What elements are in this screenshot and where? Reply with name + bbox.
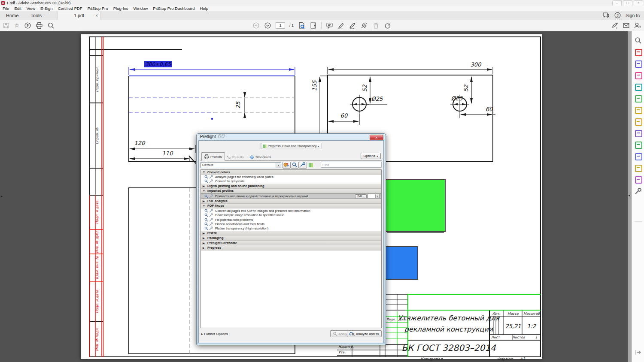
options-button[interactable]: Options ▾ <box>361 153 381 159</box>
help-icon[interactable]: ? <box>614 12 621 19</box>
vertical-scrollbar[interactable]: ◂ <box>628 31 632 362</box>
edit-pdf-icon[interactable] <box>634 106 642 114</box>
protect-icon[interactable] <box>634 152 642 160</box>
menu-item-view[interactable]: View <box>24 6 38 11</box>
notifications-icon[interactable] <box>602 12 610 19</box>
preflight-profile-row[interactable]: Convert all pages into CMYK images and p… <box>201 208 381 213</box>
preflight-group-row[interactable]: ▶PDF/X <box>201 231 381 235</box>
triangle-down-icon[interactable]: ▼ <box>203 205 206 207</box>
search-icon[interactable] <box>634 36 642 45</box>
profile-fix-button[interactable] <box>299 162 307 169</box>
triangle-right-icon[interactable]: ▶ <box>203 241 206 244</box>
email-icon[interactable] <box>623 22 630 29</box>
undo-icon[interactable] <box>384 22 391 29</box>
menu-item-e-sign[interactable]: E-Sign <box>38 6 55 11</box>
edit-profile-button[interactable]: Edit... <box>355 194 367 199</box>
preflight-profile-row[interactable]: Analyze pages for effectively used plate… <box>201 175 381 179</box>
further-options-toggle[interactable]: ▸ Further Options <box>201 332 228 336</box>
close-document-icon[interactable]: × <box>95 13 98 18</box>
preflight-group-row[interactable]: ▼Convert colors <box>201 170 381 175</box>
signature-icon[interactable] <box>611 22 619 29</box>
enhance-scans-icon[interactable] <box>634 83 642 91</box>
tab-results[interactable]: Results <box>224 153 246 161</box>
preflight-profile-row[interactable]: Привести все линии к одной толщине и пер… <box>201 193 381 199</box>
redact-icon[interactable] <box>634 164 642 172</box>
zoom-icon[interactable] <box>47 22 55 29</box>
comment-icon[interactable] <box>326 22 333 29</box>
preflight-profile-row[interactable]: Flatten transparency (high resolution) <box>201 226 381 231</box>
profile-search-button[interactable] <box>291 162 299 169</box>
page-number-input[interactable]: 1 <box>276 22 285 29</box>
tab-home[interactable]: Home <box>0 13 24 18</box>
triangle-right-icon[interactable]: ▶ <box>203 232 206 235</box>
stamp-icon[interactable] <box>361 22 368 29</box>
filter-dropdown[interactable]: Default ▾ <box>200 162 281 168</box>
analyze-and-fix-button[interactable]: Analyze and fix <box>347 330 382 337</box>
previous-page-icon[interactable] <box>252 22 260 29</box>
preflight-profile-row[interactable]: Convert to grayscale <box>201 179 381 184</box>
profile-palette-button[interactable] <box>283 162 291 169</box>
preflight-profile-row[interactable]: Flatten annotations and form fields <box>201 222 381 226</box>
profile-action-dropdown[interactable]: ▾ <box>368 194 380 199</box>
preflight-profile-row[interactable]: Fix potential font problems <box>201 217 381 222</box>
fixup-icon <box>209 179 213 183</box>
menu-item-window[interactable]: Window <box>131 6 151 11</box>
print-icon[interactable] <box>36 22 43 29</box>
page-view-options-icon[interactable] <box>298 22 305 29</box>
convert-icon[interactable] <box>634 94 642 103</box>
page-display-icon[interactable] <box>310 22 317 29</box>
share-icon[interactable] <box>24 22 31 29</box>
open-tools-pane-icon[interactable] <box>635 349 642 356</box>
menu-item-plug-ins[interactable]: Plug-Ins <box>111 6 131 11</box>
preflight-group-row[interactable]: ▼Imported profiles <box>201 189 381 193</box>
preflight-group-row[interactable]: ▶Digital printing and online publishing <box>201 184 381 188</box>
highlighted-dimension[interactable]: 300±0,65 <box>144 61 172 67</box>
triangle-down-icon[interactable]: ▼ <box>203 190 206 192</box>
menu-item-pitstop-pro[interactable]: PitStop Pro <box>85 6 111 11</box>
print-production-icon[interactable] <box>634 141 642 149</box>
expand-left-pane-icon[interactable]: ▸ <box>1 194 3 198</box>
preflight-dialog[interactable]: 60 Preflight × Prepress, Color and Trans… <box>196 133 386 345</box>
sign-in-button[interactable]: Sign In <box>626 13 640 18</box>
highlight-icon[interactable] <box>337 22 345 29</box>
favorite-star-icon[interactable]: ☆ <box>14 22 20 29</box>
menu-item-pitstop-pro-dashboard[interactable]: PitStop Pro Dashboard <box>150 6 197 11</box>
triangle-right-icon[interactable]: ▶ <box>203 184 206 187</box>
tab-profiles[interactable]: Profiles <box>201 152 225 161</box>
profiles-list[interactable]: ▼Convert colorsAnalyze pages for effecti… <box>200 169 382 328</box>
find-input[interactable] <box>321 162 382 168</box>
triangle-right-icon[interactable]: ▶ <box>203 199 206 202</box>
organize-pages-icon[interactable] <box>634 71 642 79</box>
preflight-group-row[interactable]: ▶Prepress <box>201 245 381 250</box>
group-label: Packaging <box>207 236 224 240</box>
tab-document[interactable]: 1.pdf × <box>57 11 101 20</box>
menu-item-file[interactable]: File <box>0 6 12 11</box>
triangle-right-icon[interactable]: ▶ <box>203 246 206 249</box>
collapse-right-pane-icon[interactable]: ◂ <box>628 193 630 197</box>
menu-item-help[interactable]: Help <box>197 6 211 11</box>
create-pdf-icon[interactable] <box>634 48 642 56</box>
next-page-icon[interactable] <box>264 22 271 29</box>
preflight-group-row[interactable]: ▶Preflight Certificate <box>201 241 381 245</box>
fill-sign-icon[interactable] <box>349 22 356 29</box>
tab-standards[interactable]: Standards <box>247 153 273 161</box>
titleblock-sheets-header: Листов <box>512 335 525 339</box>
tab-tools[interactable]: Tools <box>24 13 48 18</box>
delete-icon[interactable] <box>372 22 380 29</box>
comment-icon[interactable] <box>634 118 642 126</box>
fill-sign-icon[interactable] <box>634 129 642 137</box>
menu-item-edit[interactable]: Edit <box>12 6 24 11</box>
save-icon[interactable] <box>3 22 10 29</box>
preflight-group-row[interactable]: ▶PDF analysis <box>201 199 381 203</box>
preflight-group-row[interactable]: ▶Packaging <box>201 235 381 240</box>
customize-tools-icon[interactable] <box>634 187 642 195</box>
triangle-right-icon[interactable]: ▶ <box>203 236 206 239</box>
menu-item-certified-pdf[interactable]: Certified PDF <box>55 6 85 11</box>
preflight-group-row[interactable]: ▼PDF fixups <box>201 204 381 208</box>
export-pdf-icon[interactable] <box>634 60 642 68</box>
preflight-profile-row[interactable]: Downsample image resolution to specified… <box>201 213 381 217</box>
request-signatures-icon[interactable] <box>634 175 642 184</box>
library-dropdown[interactable]: Prepress, Color and Transparency ▾ <box>261 143 321 149</box>
triangle-down-icon[interactable]: ▼ <box>203 171 206 173</box>
add-user-icon[interactable] <box>634 22 641 29</box>
